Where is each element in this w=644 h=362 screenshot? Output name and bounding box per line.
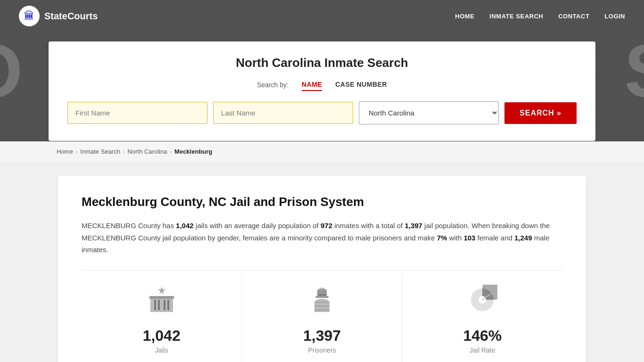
svg-rect-0 bbox=[150, 298, 173, 312]
svg-rect-3 bbox=[164, 300, 165, 310]
logo-link[interactable]: 🏛 StateCourts bbox=[19, 6, 98, 26]
stat-female-inline: 103 bbox=[463, 234, 475, 242]
nav-contact[interactable]: CONTACT bbox=[558, 13, 589, 20]
svg-rect-1 bbox=[154, 300, 156, 310]
breadcrumb: Home › Inmate Search › North Carolina › … bbox=[0, 141, 644, 162]
stat-jails-inline: 1,042 bbox=[176, 222, 194, 230]
stat-prisoners-label: Prisoners bbox=[308, 346, 336, 354]
stat-jails-label: Jails bbox=[155, 346, 168, 354]
stat-avg-pop-inline: 972 bbox=[321, 222, 332, 230]
site-name: StateCourts bbox=[44, 11, 98, 22]
content-title: Mecklenburg County, NC Jail and Prison S… bbox=[82, 195, 562, 209]
search-card-title: North Carolina Inmate Search bbox=[67, 56, 577, 70]
breadcrumb-sep-2: › bbox=[123, 149, 125, 155]
content-description: MECKLENBURG County has 1,042 jails with … bbox=[82, 220, 562, 256]
state-select[interactable]: North Carolina Alabama Alaska Arizona Ar… bbox=[359, 101, 499, 124]
logo-icon: 🏛 bbox=[19, 6, 40, 26]
stat-jails: 1,042 Jails bbox=[82, 275, 242, 362]
stat-rate: 146% Jail Rate bbox=[403, 275, 562, 362]
content-card: Mecklenburg County, NC Jail and Prison S… bbox=[58, 176, 586, 362]
stat-rate-number: 146% bbox=[463, 327, 502, 345]
main-content: Mecklenburg County, NC Jail and Prison S… bbox=[49, 162, 595, 362]
nav-inmate-search[interactable]: INMATE SEARCH bbox=[489, 13, 543, 20]
svg-rect-12 bbox=[314, 305, 330, 307]
stat-jails-number: 1,042 bbox=[143, 327, 181, 345]
breadcrumb-current: Mecklenburg bbox=[174, 148, 212, 155]
breadcrumb-sep-3: › bbox=[170, 149, 172, 155]
svg-rect-5 bbox=[149, 296, 174, 299]
tab-name-button[interactable]: NAME bbox=[302, 79, 322, 91]
svg-marker-6 bbox=[158, 287, 165, 294]
tab-case-number-button[interactable]: CASE NUMBER bbox=[335, 79, 387, 91]
svg-rect-2 bbox=[158, 300, 160, 310]
breadcrumb-home[interactable]: Home bbox=[57, 148, 73, 155]
svg-rect-8 bbox=[315, 296, 329, 298]
svg-rect-10 bbox=[317, 294, 327, 296]
last-name-input[interactable] bbox=[213, 102, 353, 124]
stats-row: 1,042 Jails bbox=[82, 270, 562, 362]
prisoner-icon bbox=[307, 285, 337, 321]
search-form: North Carolina Alabama Alaska Arizona Ar… bbox=[67, 101, 577, 124]
stat-prisoners-number: 1,397 bbox=[303, 327, 341, 345]
jail-icon bbox=[147, 285, 177, 321]
breadcrumb-sep-1: › bbox=[76, 149, 78, 155]
svg-rect-13 bbox=[314, 309, 330, 311]
svg-rect-4 bbox=[167, 300, 169, 310]
search-card-wrapper: North Carolina Inmate Search Search by: … bbox=[0, 41, 644, 141]
stat-total-pop-inline: 1,397 bbox=[405, 222, 422, 230]
nav-home[interactable]: HOME bbox=[455, 13, 474, 20]
stat-rate-label: Jail Rate bbox=[470, 346, 495, 354]
stat-pct-inline: 7% bbox=[437, 234, 447, 242]
first-name-input[interactable] bbox=[67, 102, 207, 124]
breadcrumb-inmate-search[interactable]: Inmate Search bbox=[80, 148, 120, 155]
search-by-label: Search by: bbox=[257, 81, 289, 89]
search-card: North Carolina Inmate Search Search by: … bbox=[49, 41, 595, 141]
search-button[interactable]: SEARCH » bbox=[504, 102, 577, 124]
svg-rect-11 bbox=[314, 302, 330, 303]
stat-male-inline: 1,249 bbox=[514, 234, 532, 242]
rate-icon bbox=[467, 285, 497, 321]
main-navbar: 🏛 StateCourts HOME INMATE SEARCH CONTACT… bbox=[0, 0, 644, 32]
nav-login[interactable]: LOGIN bbox=[604, 13, 625, 20]
search-tabs: Search by: NAME CASE NUMBER bbox=[67, 79, 577, 91]
nav-links: HOME INMATE SEARCH CONTACT LOGIN bbox=[455, 13, 625, 20]
stat-prisoners: 1,397 Prisoners bbox=[242, 275, 402, 362]
breadcrumb-state[interactable]: North Carolina bbox=[128, 148, 167, 155]
